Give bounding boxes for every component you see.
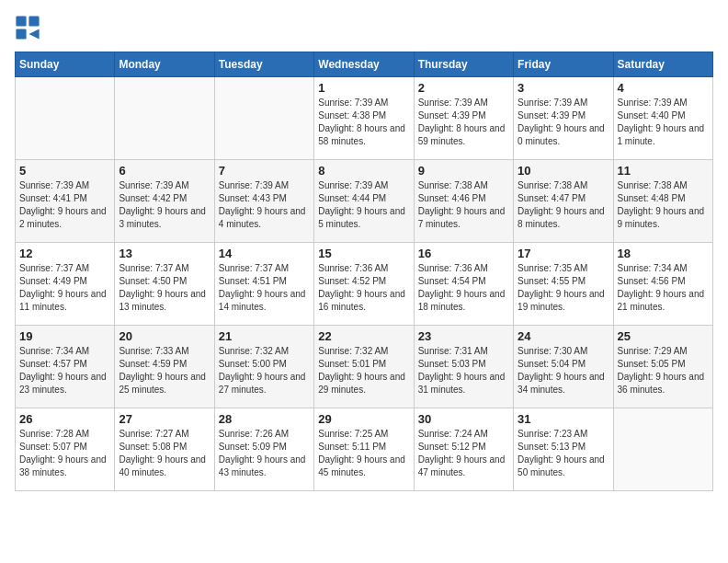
day-number: 24: [518, 329, 609, 343]
day-number: 22: [318, 329, 409, 343]
calendar-week-row: 26Sunrise: 7:28 AM Sunset: 5:07 PM Dayli…: [16, 408, 713, 491]
header-saturday: Saturday: [613, 52, 712, 77]
day-number: 5: [19, 164, 110, 178]
table-row: [214, 77, 313, 160]
day-number: 26: [19, 412, 110, 426]
day-number: 1: [318, 81, 409, 95]
day-info: Sunrise: 7:39 AM Sunset: 4:43 PM Dayligh…: [219, 179, 310, 231]
day-info: Sunrise: 7:36 AM Sunset: 4:52 PM Dayligh…: [318, 262, 409, 314]
day-number: 29: [318, 412, 409, 426]
table-row: 19Sunrise: 7:34 AM Sunset: 4:57 PM Dayli…: [16, 326, 115, 408]
table-row: 9Sunrise: 7:38 AM Sunset: 4:46 PM Daylig…: [414, 160, 513, 243]
header: [15, 15, 713, 40]
table-row: 4Sunrise: 7:39 AM Sunset: 4:40 PM Daylig…: [613, 77, 712, 160]
day-number: 9: [418, 164, 509, 178]
table-row: 26Sunrise: 7:28 AM Sunset: 5:07 PM Dayli…: [16, 408, 115, 491]
day-number: 2: [418, 81, 509, 95]
day-info: Sunrise: 7:32 AM Sunset: 5:01 PM Dayligh…: [318, 345, 409, 396]
svg-rect-1: [28, 16, 39, 26]
day-number: 27: [119, 412, 210, 426]
day-info: Sunrise: 7:38 AM Sunset: 4:47 PM Dayligh…: [518, 179, 609, 231]
day-number: 18: [618, 247, 709, 260]
day-number: 6: [119, 164, 210, 178]
day-number: 31: [518, 412, 609, 426]
table-row: 29Sunrise: 7:25 AM Sunset: 5:11 PM Dayli…: [314, 408, 414, 491]
day-info: Sunrise: 7:30 AM Sunset: 5:04 PM Dayligh…: [518, 345, 609, 396]
table-row: [115, 77, 214, 160]
day-number: 23: [418, 329, 509, 343]
day-info: Sunrise: 7:39 AM Sunset: 4:39 PM Dayligh…: [418, 97, 509, 148]
day-info: Sunrise: 7:38 AM Sunset: 4:46 PM Dayligh…: [418, 179, 509, 231]
table-row: 18Sunrise: 7:34 AM Sunset: 4:56 PM Dayli…: [613, 243, 712, 326]
day-info: Sunrise: 7:31 AM Sunset: 5:03 PM Dayligh…: [418, 345, 509, 396]
table-row: [613, 408, 712, 491]
svg-marker-3: [28, 29, 39, 39]
header-sunday: Sunday: [16, 52, 115, 77]
table-row: 20Sunrise: 7:33 AM Sunset: 4:59 PM Dayli…: [115, 326, 214, 408]
table-row: 21Sunrise: 7:32 AM Sunset: 5:00 PM Dayli…: [214, 326, 313, 408]
day-number: 3: [518, 81, 609, 95]
logo-icon: [15, 15, 40, 40]
table-row: 22Sunrise: 7:32 AM Sunset: 5:01 PM Dayli…: [314, 326, 414, 408]
table-row: 13Sunrise: 7:37 AM Sunset: 4:50 PM Dayli…: [115, 243, 214, 326]
table-row: 7Sunrise: 7:39 AM Sunset: 4:43 PM Daylig…: [214, 160, 313, 243]
table-row: 27Sunrise: 7:27 AM Sunset: 5:08 PM Dayli…: [115, 408, 214, 491]
day-info: Sunrise: 7:37 AM Sunset: 4:51 PM Dayligh…: [219, 262, 310, 314]
day-number: 7: [219, 164, 310, 178]
day-info: Sunrise: 7:25 AM Sunset: 5:11 PM Dayligh…: [318, 428, 409, 479]
day-number: 20: [119, 329, 210, 343]
day-info: Sunrise: 7:34 AM Sunset: 4:57 PM Dayligh…: [19, 345, 110, 396]
day-number: 11: [618, 164, 709, 178]
day-info: Sunrise: 7:33 AM Sunset: 4:59 PM Dayligh…: [119, 345, 210, 396]
table-row: 14Sunrise: 7:37 AM Sunset: 4:51 PM Dayli…: [214, 243, 313, 326]
svg-rect-2: [16, 29, 26, 39]
table-row: 5Sunrise: 7:39 AM Sunset: 4:41 PM Daylig…: [16, 160, 115, 243]
day-info: Sunrise: 7:27 AM Sunset: 5:08 PM Dayligh…: [119, 428, 210, 479]
table-row: 25Sunrise: 7:29 AM Sunset: 5:05 PM Dayli…: [613, 326, 712, 408]
table-row: 31Sunrise: 7:23 AM Sunset: 5:13 PM Dayli…: [514, 408, 613, 491]
day-info: Sunrise: 7:39 AM Sunset: 4:39 PM Dayligh…: [518, 97, 609, 148]
table-row: 30Sunrise: 7:24 AM Sunset: 5:12 PM Dayli…: [414, 408, 513, 491]
calendar-week-row: 5Sunrise: 7:39 AM Sunset: 4:41 PM Daylig…: [16, 160, 713, 243]
table-row: 28Sunrise: 7:26 AM Sunset: 5:09 PM Dayli…: [214, 408, 313, 491]
table-row: 11Sunrise: 7:38 AM Sunset: 4:48 PM Dayli…: [613, 160, 712, 243]
day-info: Sunrise: 7:34 AM Sunset: 4:56 PM Dayligh…: [618, 262, 709, 314]
header-tuesday: Tuesday: [214, 52, 313, 77]
day-number: 13: [119, 247, 210, 260]
day-info: Sunrise: 7:39 AM Sunset: 4:41 PM Dayligh…: [19, 179, 110, 231]
day-info: Sunrise: 7:29 AM Sunset: 5:05 PM Dayligh…: [618, 345, 709, 396]
day-info: Sunrise: 7:39 AM Sunset: 4:38 PM Dayligh…: [318, 97, 409, 148]
day-number: 14: [219, 247, 310, 260]
header-monday: Monday: [115, 52, 214, 77]
header-friday: Friday: [514, 52, 613, 77]
table-row: 10Sunrise: 7:38 AM Sunset: 4:47 PM Dayli…: [514, 160, 613, 243]
day-info: Sunrise: 7:28 AM Sunset: 5:07 PM Dayligh…: [19, 428, 110, 479]
day-info: Sunrise: 7:39 AM Sunset: 4:40 PM Dayligh…: [618, 97, 709, 148]
calendar-week-row: 12Sunrise: 7:37 AM Sunset: 4:49 PM Dayli…: [16, 243, 713, 326]
day-number: 21: [219, 329, 310, 343]
day-info: Sunrise: 7:23 AM Sunset: 5:13 PM Dayligh…: [518, 428, 609, 479]
day-info: Sunrise: 7:24 AM Sunset: 5:12 PM Dayligh…: [418, 428, 509, 479]
day-info: Sunrise: 7:39 AM Sunset: 4:42 PM Dayligh…: [119, 179, 210, 231]
day-number: 19: [19, 329, 110, 343]
day-number: 30: [418, 412, 509, 426]
table-row: 15Sunrise: 7:36 AM Sunset: 4:52 PM Dayli…: [314, 243, 414, 326]
day-info: Sunrise: 7:39 AM Sunset: 4:44 PM Dayligh…: [318, 179, 409, 231]
calendar-table: Sunday Monday Tuesday Wednesday Thursday…: [15, 52, 713, 491]
calendar-week-row: 1Sunrise: 7:39 AM Sunset: 4:38 PM Daylig…: [16, 77, 713, 160]
day-number: 16: [418, 247, 509, 260]
table-row: 17Sunrise: 7:35 AM Sunset: 4:55 PM Dayli…: [514, 243, 613, 326]
table-row: 6Sunrise: 7:39 AM Sunset: 4:42 PM Daylig…: [115, 160, 214, 243]
calendar-header-row: Sunday Monday Tuesday Wednesday Thursday…: [16, 52, 713, 77]
day-number: 12: [19, 247, 110, 260]
day-number: 25: [618, 329, 709, 343]
day-number: 17: [518, 247, 609, 260]
day-info: Sunrise: 7:37 AM Sunset: 4:50 PM Dayligh…: [119, 262, 210, 314]
day-number: 15: [318, 247, 409, 260]
table-row: 3Sunrise: 7:39 AM Sunset: 4:39 PM Daylig…: [514, 77, 613, 160]
day-info: Sunrise: 7:32 AM Sunset: 5:00 PM Dayligh…: [219, 345, 310, 396]
day-number: 8: [318, 164, 409, 178]
day-number: 4: [618, 81, 709, 95]
table-row: 1Sunrise: 7:39 AM Sunset: 4:38 PM Daylig…: [314, 77, 414, 160]
table-row: 2Sunrise: 7:39 AM Sunset: 4:39 PM Daylig…: [414, 77, 513, 160]
